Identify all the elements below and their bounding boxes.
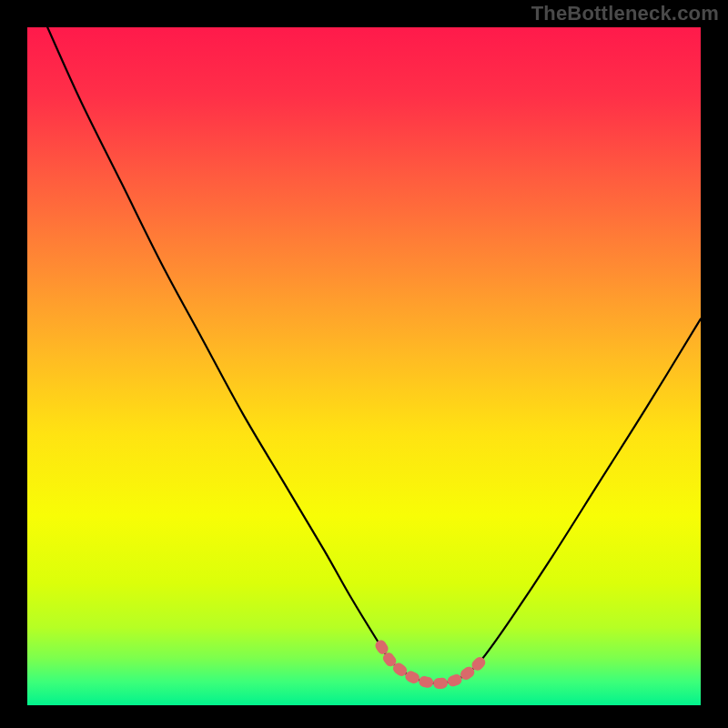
plot-area [27,27,701,705]
optimal-band-highlight [381,645,482,683]
watermark-text: TheBottleneck.com [531,2,719,25]
curve-layer [27,27,701,705]
chart-frame: TheBottleneck.com [0,0,728,728]
bottleneck-curve [47,27,701,683]
